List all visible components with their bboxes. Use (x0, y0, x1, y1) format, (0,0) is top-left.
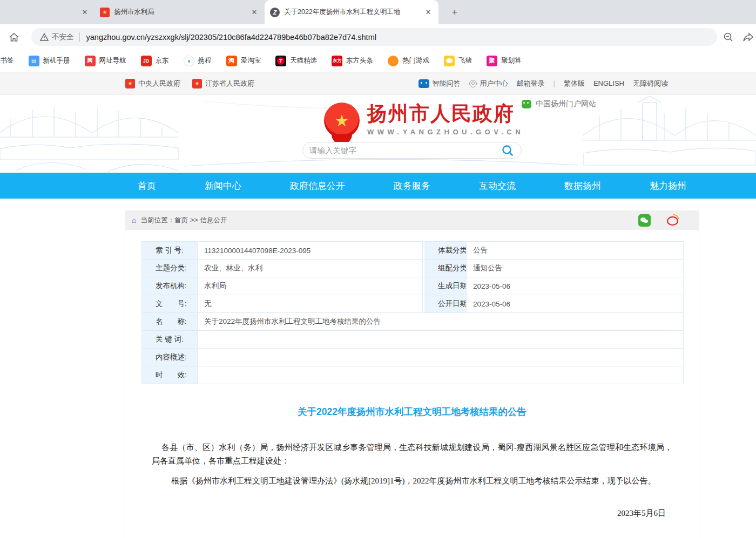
meta-label: 时 效: (142, 366, 198, 384)
breadcrumb: ⌂ 当前位置： 首页 >> 信息公开 (125, 210, 699, 230)
address-bar[interactable]: 不安全 yangzhou.gov.cn/yzszxxgk/slj/202305/… (31, 28, 717, 46)
tab-yangzhou-water-bureau[interactable]: ★ 扬州市水利局 ✕ (94, 0, 265, 24)
table-row: 名 称: 关于2022年度扬州市水利工程文明工地考核结果的公告 (142, 313, 684, 331)
security-status[interactable]: 不安全 (52, 32, 74, 42)
nav-interaction[interactable]: 互动交流 (479, 180, 516, 192)
meta-value: 公告 (467, 242, 684, 260)
jiangsu-gov-link[interactable]: ★ 江苏省人民政府 (192, 79, 254, 88)
portal-label: 中国扬州门户网站 (536, 99, 596, 109)
nav-home[interactable]: 首页 (138, 180, 156, 192)
mail-login-link[interactable]: 邮箱登录 (517, 79, 545, 88)
site-favicon-icon: Z (270, 8, 280, 17)
bookmark-item[interactable]: JD 京东 (141, 56, 169, 66)
bookmark-label: 聚划算 (501, 56, 522, 65)
bookmark-label: 热门游戏 (402, 56, 429, 65)
meta-value: 2023-05-06 (467, 295, 684, 313)
breadcrumb-home-link[interactable]: 首页 (174, 216, 188, 225)
nav-data[interactable]: 数据扬州 (564, 180, 601, 192)
bookmark-item[interactable]: 热门游戏 (388, 56, 429, 66)
article-paragraph: 根据《扬州市水利工程文明工地建设管理办法》(扬水规[2019]1号)，2022年… (152, 474, 672, 488)
meta-value: 关于2022年度扬州市水利工程文明工地考核结果的公告 (198, 313, 684, 331)
wechat-share-icon[interactable] (638, 214, 651, 227)
tab-strip: ✕ ★ 扬州市水利局 ✕ Z 关于2022年度扬州市水利工程文明工地 ✕ + (0, 0, 756, 24)
tmall-icon: T (275, 56, 286, 66)
emblem-icon: ★ (192, 79, 202, 88)
close-icon[interactable]: ✕ (80, 7, 90, 17)
home-icon[interactable] (6, 30, 22, 45)
bookmark-item[interactable]: 东方 东方头条 (332, 56, 373, 66)
meta-value: 水利局 (198, 277, 423, 295)
new-tab-button[interactable]: + (448, 6, 461, 19)
meta-label: 文 号: (142, 295, 198, 313)
divider: | (554, 79, 555, 87)
tab-title: 扬州市水利局 (114, 8, 245, 17)
close-icon[interactable]: ✕ (423, 8, 433, 17)
jd-icon: JD (141, 56, 152, 66)
meta-label: 公开日期: (424, 295, 467, 313)
nav-charm[interactable]: 魅力扬州 (650, 180, 686, 192)
bookmark-item[interactable]: T 天猫精选 (275, 56, 317, 66)
meta-label: 名 称: (142, 313, 198, 331)
bookmark-label: 京东 (156, 56, 169, 65)
bookmark-label: 天猫精选 (290, 56, 317, 65)
bookmark-item[interactable]: 聚 聚划算 (487, 56, 522, 66)
meta-label: 发布机构: (142, 277, 198, 295)
central-gov-link[interactable]: ★ 中央人民政府 (125, 79, 180, 88)
bookmark-item[interactable]: ▤ 新机手册 (29, 56, 70, 66)
url-text[interactable]: yangzhou.gov.cn/yzszxxgk/slj/202305/210c… (86, 33, 376, 42)
accessibility-link[interactable]: 无障碍阅读 (633, 79, 668, 88)
robot-icon (418, 79, 429, 88)
emblem-icon: ★ (125, 79, 135, 88)
nav-services[interactable]: 政务服务 (394, 180, 430, 192)
meta-label: 索 引 号: (142, 242, 198, 260)
gov-link-label: 中央人民政府 (138, 79, 180, 88)
site-domain: WWW.YANGZHOU.GOV.CN (367, 128, 524, 136)
traditional-link[interactable]: 繁体版 (564, 79, 585, 88)
gov-topbar: ★ 中央人民政府 ★ 江苏省人民政府 智能问答 用户中心 邮箱登录 | 繁体版 … (0, 72, 756, 95)
meta-label: 体裁分类: (424, 242, 467, 260)
document-meta-table: 索 引 号: 11321000014407098E-2023-095 体裁分类:… (141, 241, 684, 384)
site-logo[interactable]: ★ 扬州市人民政府 WWW.YANGZHOU.GOV.CN (324, 103, 524, 138)
wechat-icon (522, 100, 531, 108)
portal-link[interactable]: 中国扬州门户网站 (522, 99, 596, 109)
nav-news[interactable]: 新闻中心 (205, 180, 241, 192)
bookmark-item[interactable]: 网 网址导航 (85, 56, 126, 66)
search-input[interactable] (309, 146, 501, 155)
article-body: 关于2022年度扬州市水利工程文明工地考核结果的公告 各县（市、区）水利（务）局… (125, 405, 699, 538)
meta-value: 通知公告 (467, 260, 684, 277)
search-icon[interactable] (501, 144, 515, 158)
weibo-share-icon[interactable] (667, 214, 679, 226)
meta-label: 生成日期: (424, 277, 467, 295)
meta-label: 组配分类: (424, 260, 467, 277)
meta-label: 关 键 词: (142, 331, 198, 349)
meta-label: 内容概述: (142, 349, 198, 366)
smart-qa-link[interactable]: 智能问答 (418, 79, 461, 88)
close-icon[interactable]: ✕ (249, 8, 259, 17)
bookmark-label: 网址导航 (99, 56, 126, 65)
nav-info-disclosure[interactable]: 政府信息公开 (290, 180, 345, 192)
breadcrumb-separator: >> (190, 216, 198, 224)
main-navigation: 首页 新闻中心 政府信息公开 政务服务 互动交流 数据扬州 魅力扬州 (0, 173, 756, 199)
bookmark-item[interactable]: 机书签 (0, 56, 14, 65)
meta-value: 无 (198, 295, 423, 313)
bookmarks-bar: 机书签 ▤ 新机手册 网 网址导航 JD 京东 ◖ 携程 淘 爱淘宝 T 天猫精… (0, 50, 756, 72)
bookmark-item[interactable]: 淘 爱淘宝 (226, 56, 261, 66)
bookmark-label: 爱淘宝 (241, 56, 261, 65)
meta-value: 11321000014407098E-2023-095 (198, 242, 423, 260)
fliggy-icon (444, 56, 455, 66)
user-center-label: 用户中心 (480, 79, 508, 88)
article-paragraph: 各县（市、区）水利（务）局，扬州经济开发区城乡事务管理局，生态科技新城规划建设局… (152, 441, 672, 468)
english-link[interactable]: ENGLISH (593, 79, 624, 87)
bookmark-label: 新机手册 (43, 56, 70, 65)
search-bar (302, 142, 522, 159)
bookmark-item[interactable]: ◖ 携程 (184, 56, 212, 66)
share-icon[interactable] (742, 31, 754, 43)
tab-announcement-active[interactable]: Z 关于2022年度扬州市水利工程文明工地 ✕ (265, 0, 438, 24)
zoom-out-icon[interactable] (723, 31, 734, 43)
smart-qa-label: 智能问答 (433, 79, 461, 88)
bookmark-label: 机书签 (0, 56, 14, 65)
user-center-link[interactable]: 用户中心 (469, 79, 508, 88)
table-row: 发布机构: 水利局 生成日期: 2023-05-06 (142, 277, 684, 295)
divider (79, 32, 80, 42)
bookmark-item[interactable]: 飞猪 (444, 56, 472, 66)
